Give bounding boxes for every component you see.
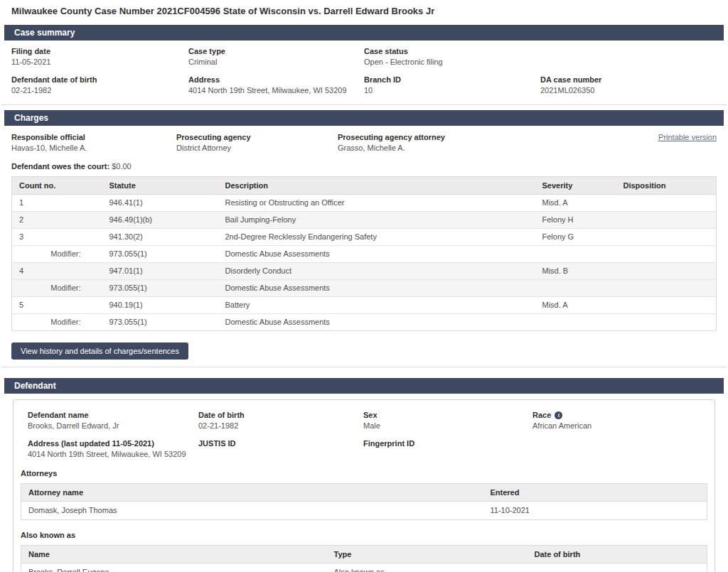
aka-table-head: NameTypeDate of birth [21,546,707,563]
field-label-text: Race [532,411,551,419]
aka-column-header: Type [327,546,528,563]
defendant-field: Date of birthi 02-21-1982 [198,411,363,430]
field-value: 11-05-2021 [11,58,188,66]
charges-column-header: Severity [535,177,616,195]
charge-statute: 973.055(1) [102,246,218,263]
field-label-text: Fingerprint ID [363,439,414,448]
field-label: JUSTIS IDi [198,439,363,448]
field-label: Address [188,75,364,84]
charge-row: 3 941.30(2) 2nd-Degree Recklessly Endang… [12,229,717,246]
aka-table-body: Brooks, Darrell Eugene Also known as Fei… [21,563,707,572]
attorneys-table-head: Attorney nameEntered [21,484,707,502]
field-value: Grasso, Michelle A. [338,144,624,152]
attorneys-heading: Attorneys [21,469,707,477]
charge-statute: 940.19(1) [102,297,218,314]
case-summary-field: Address 4014 North 19th Street, Milwauke… [188,75,364,95]
field-value: 10 [364,86,540,95]
field-label: Racei [532,411,707,419]
charge-disposition [616,246,717,263]
field-label-text: Defendant name [28,411,89,419]
case-summary-field [540,47,728,66]
defendant-field: Fingerprint IDi [363,439,532,458]
field-label: DA case number [540,75,728,84]
field-value: 02-21-1982 [11,86,188,95]
charge-row: Modifier: 973.055(1) Domestic Abuse Asse… [12,280,717,297]
defendant-panel: Defendant namei Brooks, Darrell Edward, … [13,399,715,572]
attorneys-table-body: Domask, Joseph Thomas 11-10-2021 [21,502,707,520]
charge-statute: 946.41(1) [102,195,218,212]
field-label: Prosecuting agency [176,133,338,141]
charge-row: 5 940.19(1) Battery Misd. A [12,297,717,314]
charge-row: Modifier: 973.055(1) Domestic Abuse Asse… [12,246,717,263]
field-label: Date of birthi [198,411,363,419]
field-label: Branch ID [364,75,540,84]
aka-column-header: Date of birth [528,546,707,563]
charge-row: 2 946.49(1)(b) Bail Jumping-Felony Felon… [12,212,717,229]
charges-info-field: Prosecuting agency District Attorney [176,133,338,152]
page-title: Milwaukee County Case Number 2021CF00459… [11,6,717,16]
aka-header-row: NameTypeDate of birth [21,546,707,563]
charge-severity: Misd. A [535,195,616,212]
aka-heading: Also known as [21,531,707,539]
view-history-button[interactable]: View history and details of charges/sent… [11,342,188,360]
field-value: Criminal [188,58,364,66]
charge-disposition [616,297,717,314]
race-info-icon[interactable]: i [555,411,562,419]
charge-disposition [616,263,717,280]
aka-row: Brooks, Darrell Eugene Also known as [21,563,707,572]
defendant-field: Defendant namei Brooks, Darrell Edward, … [28,411,198,430]
charge-statute: 973.055(1) [102,314,218,331]
printable-version-link[interactable]: Printable version [658,133,717,141]
charge-count: Modifier: [12,280,102,297]
aka-name: Brooks, Darrell Eugene [21,563,327,572]
charge-severity: Felony G [535,229,616,246]
charge-row: Modifier: 973.055(1) Domestic Abuse Asse… [12,314,717,331]
charge-severity [535,314,616,331]
charge-severity [535,280,616,297]
owes-value: $0.00 [112,162,132,171]
charge-disposition [616,280,717,297]
charges-table-head: Count no.StatuteDescriptionSeverityDispo… [12,177,717,195]
defendant-field: i [532,439,707,458]
charge-count: 5 [12,297,102,314]
charge-disposition [616,229,717,246]
charge-row: 4 947.01(1) Disorderly Conduct Misd. B [12,263,717,280]
charges-table-body: 1 946.41(1) Resisting or Obstructing an … [12,195,717,331]
case-summary-field: Branch ID 10 [364,75,540,95]
field-label: Responsible official [11,133,176,141]
defendant-field: Racei African American [532,411,707,430]
attorney-name: Domask, Joseph Thomas [21,502,483,520]
case-summary-field: Case type Criminal [188,47,364,66]
case-summary-field: Defendant date of birth 02-21-1982 [11,75,188,95]
charge-description: 2nd-Degree Recklessly Endangering Safety [218,229,535,246]
field-label: Defendant namei [28,411,198,419]
field-value: District Attorney [176,144,338,152]
defendant-section-header: Defendant [4,378,724,394]
field-label: Fingerprint IDi [363,439,532,448]
attorneys-column-header: Attorney name [21,484,483,502]
defendant-field: Address (last updated 11-05-2021)i 4014 … [28,439,198,458]
charge-description: Domestic Abuse Assessments [218,246,535,263]
charge-disposition [616,195,717,212]
charge-count: Modifier: [12,246,102,263]
charge-disposition [616,212,717,229]
charge-description: Domestic Abuse Assessments [218,280,535,297]
charge-count: 3 [12,229,102,246]
charges-table: Count no.StatuteDescriptionSeverityDispo… [11,176,717,331]
charge-disposition [616,314,717,331]
charge-description: Domestic Abuse Assessments [218,314,535,331]
charge-statute: 946.49(1)(b) [102,212,218,229]
case-summary-field: DA case number 2021ML026350 [540,75,728,95]
printable-version-container: Printable version [624,133,717,152]
defendant-fields: Defendant namei Brooks, Darrell Edward, … [21,411,707,458]
case-summary-field: Case status Open - Electronic filing [364,47,540,66]
charges-info-row: Responsible official Havas-10, Michelle … [11,133,717,152]
field-label: Prosecuting agency attorney [338,133,624,141]
field-value: Brooks, Darrell Edward, Jr [28,421,198,430]
charge-count: 1 [12,195,102,212]
attorneys-header-row: Attorney nameEntered [21,484,707,502]
charge-statute: 941.30(2) [102,229,218,246]
charge-row: 1 946.41(1) Resisting or Obstructing an … [12,195,717,212]
aka-table: NameTypeDate of birth Brooks, Darrell Eu… [21,545,707,572]
aka-column-header: Name [21,546,327,563]
